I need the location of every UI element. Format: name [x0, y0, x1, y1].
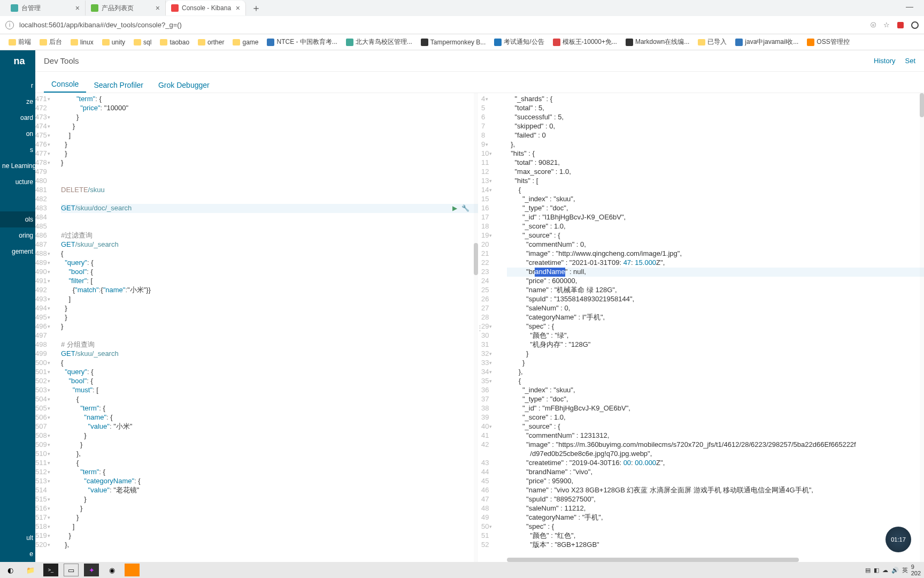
- bookmark-item[interactable]: 模板王-10000+免...: [550, 36, 620, 48]
- bookmark-item[interactable]: unity: [99, 37, 128, 47]
- favicon: [494, 39, 502, 46]
- bookmarks-bar: 前端后台linuxunitysqltaobaoorthergameNTCE - …: [0, 34, 924, 50]
- bookmark-item[interactable]: 后台: [36, 36, 65, 48]
- favicon: [553, 39, 560, 46]
- request-editor[interactable]: 471▾472473▾474▾475▾476▾477▾478▾479480481…: [35, 93, 478, 562]
- devtools-tab[interactable]: Console: [44, 75, 86, 93]
- close-icon[interactable]: ×: [156, 4, 160, 12]
- bookmark-item[interactable]: game: [229, 37, 261, 47]
- tray-icon[interactable]: ☁: [882, 567, 888, 574]
- wrench-icon[interactable]: 🔧: [461, 204, 469, 213]
- sidebar-item[interactable]: s: [0, 142, 35, 158]
- favicon: [807, 39, 814, 46]
- sidebar-item[interactable]: e: [0, 546, 35, 562]
- terminal-icon[interactable]: >_: [43, 564, 58, 576]
- app-icon-1[interactable]: ▭: [64, 564, 79, 576]
- folder-icon: [9, 39, 16, 45]
- settings-link[interactable]: Set: [905, 57, 915, 65]
- bookmark-item[interactable]: 前端: [5, 36, 34, 48]
- tray-icon[interactable]: ▤: [865, 567, 871, 574]
- bookmark-star-icon[interactable]: ☆: [883, 21, 890, 29]
- kibana-sidebar: na rzeoardonsne Learningucture ols oring…: [0, 50, 35, 562]
- bookmark-item[interactable]: sql: [130, 37, 155, 47]
- response-viewer[interactable]: 4▾56789▾10▾111213▾14▾1516171819▾20212223…: [481, 93, 924, 562]
- browser-tab-strip: 台管理×产品列表页×Console - Kibana× ＋ —: [0, 0, 924, 16]
- sidebar-item-devtools[interactable]: ols: [0, 211, 35, 227]
- sidebar-item[interactable]: gement: [0, 244, 35, 260]
- devtools-tabs: ConsoleSearch ProfilerGrok Debugger: [35, 72, 924, 93]
- bookmark-item[interactable]: taobao: [157, 37, 192, 47]
- sidebar-item[interactable]: on: [0, 126, 35, 142]
- scrollbar-horizontal[interactable]: [507, 558, 924, 562]
- play-icon[interactable]: ▶: [452, 204, 457, 213]
- scrollbar-vertical[interactable]: [474, 93, 478, 562]
- bookmark-item[interactable]: NTCE - 中国教育考...: [264, 36, 340, 48]
- url-field[interactable]: localhost:5601/app/kibana#/dev_tools/con…: [19, 21, 871, 29]
- sidebar-item[interactable]: ze: [0, 94, 35, 110]
- tray-volume-icon[interactable]: 🔊: [891, 567, 899, 574]
- history-link[interactable]: History: [874, 57, 895, 65]
- bookmark-item[interactable]: linux: [67, 37, 97, 47]
- sidebar-item[interactable]: oring: [0, 227, 35, 244]
- sidebar-item[interactable]: ult: [0, 530, 35, 546]
- favicon: [626, 39, 633, 46]
- favicon: [735, 39, 743, 46]
- close-icon[interactable]: ×: [236, 4, 240, 12]
- folder-icon: [71, 39, 78, 45]
- address-bar: i localhost:5601/app/kibana#/dev_tools/c…: [0, 16, 924, 34]
- extension-icon-1[interactable]: [897, 22, 904, 28]
- close-icon[interactable]: ×: [75, 4, 80, 12]
- folder-icon: [40, 39, 47, 45]
- browser-tab[interactable]: Console - Kibana×: [166, 1, 246, 16]
- browser-tab[interactable]: 产品列表页×: [86, 1, 166, 16]
- chrome-icon[interactable]: ◉: [104, 564, 119, 576]
- bookmark-item[interactable]: Markdown在线编...: [622, 36, 692, 48]
- sidebar-item[interactable]: ne Learning: [0, 158, 35, 174]
- os-taskbar: ◐ 📁 >_ ▭ ✦ ◉ ▤ ◧ ☁ 🔊 英 9202: [0, 562, 924, 578]
- scrollbar-vertical[interactable]: [920, 93, 924, 562]
- app-icon-2[interactable]: ✦: [84, 564, 99, 576]
- tray-icon[interactable]: ◧: [874, 567, 879, 574]
- timer-badge[interactable]: 01:17: [886, 527, 911, 552]
- app-icon-3[interactable]: [125, 564, 140, 576]
- bookmark-item[interactable]: java中javamail收...: [732, 36, 802, 48]
- tray-time[interactable]: 9202: [911, 564, 921, 576]
- devtools-tab[interactable]: Search Profiler: [86, 77, 151, 93]
- bookmark-item[interactable]: Tampermonkey B...: [418, 37, 489, 47]
- devtools-tab[interactable]: Grok Debugger: [151, 77, 217, 93]
- folder-icon: [134, 39, 141, 45]
- bookmark-item[interactable]: 考试通知/公告: [491, 36, 547, 48]
- favicon: [267, 39, 274, 46]
- bookmark-item[interactable]: orther: [195, 37, 227, 47]
- bookmark-item[interactable]: OSS管理控: [804, 36, 852, 48]
- browser-tab[interactable]: 台管理×: [5, 1, 86, 16]
- page-title: Dev Tools: [44, 56, 79, 65]
- file-manager-icon[interactable]: 📁: [23, 564, 38, 576]
- sidebar-item[interactable]: oard: [0, 110, 35, 126]
- bookmark-item[interactable]: 北大青鸟校区管理...: [343, 36, 415, 48]
- new-tab-button[interactable]: ＋: [246, 2, 266, 14]
- folder-icon: [698, 39, 705, 45]
- page-header: Dev Tools History Set: [35, 50, 924, 72]
- folder-icon: [198, 39, 205, 45]
- kibana-logo[interactable]: na: [0, 56, 35, 78]
- sidebar-item[interactable]: r: [0, 78, 35, 94]
- folder-icon: [102, 39, 110, 45]
- site-info-icon[interactable]: i: [5, 21, 14, 29]
- extension-icon-2[interactable]: [911, 21, 919, 29]
- favicon: [346, 39, 353, 46]
- favicon: [421, 39, 428, 46]
- start-menu-icon[interactable]: ◐: [3, 564, 18, 576]
- window-minimize-button[interactable]: —: [906, 2, 913, 11]
- translate-icon[interactable]: ⦾: [871, 21, 876, 29]
- folder-icon: [233, 39, 240, 45]
- bookmark-item[interactable]: 已导入: [695, 36, 730, 48]
- tray-lang[interactable]: 英: [902, 566, 908, 574]
- folder-icon: [160, 39, 167, 45]
- sidebar-item[interactable]: ucture: [0, 174, 35, 190]
